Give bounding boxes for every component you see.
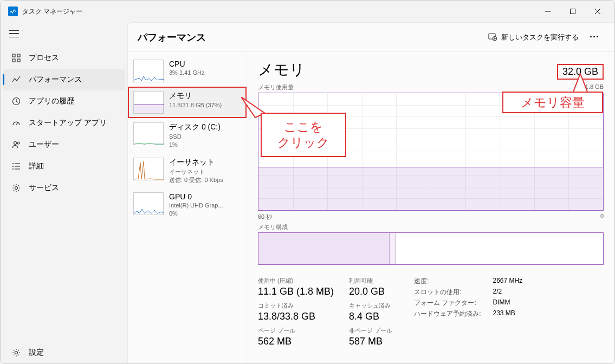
nav-details[interactable]: 詳細 — [3, 155, 125, 177]
svg-point-19 — [15, 352, 18, 354]
more-button[interactable]: ··· — [584, 28, 605, 46]
paged-label: ページ プール — [258, 327, 334, 335]
settings-icon — [11, 348, 21, 358]
memory-usage-chart[interactable] — [258, 93, 604, 211]
nav-settings[interactable]: 設定 — [3, 342, 125, 363]
speed-label: 速度: — [414, 277, 481, 286]
perf-sub: SSD — [169, 133, 241, 140]
perf-title: イーサネット — [169, 158, 241, 167]
time-axis-right: 0 — [600, 213, 604, 221]
slots-value: 2/2 — [493, 288, 522, 297]
sidebar: プロセス パフォーマンス アプリの履歴 スタートアップ アプリ ユーザー — [1, 22, 127, 363]
memory-fill — [258, 167, 603, 210]
slots-label: スロットの使用: — [414, 288, 481, 297]
page-title: パフォーマンス — [138, 31, 483, 44]
nav-label: アプリの履歴 — [29, 96, 74, 106]
perf-item-ethernet[interactable]: イーサネット イーサネット 送信: 0 受信: 0 Kbps — [128, 153, 247, 188]
form-value: DIMM — [493, 298, 522, 308]
perf-title: GPU 0 — [169, 192, 241, 201]
nonpaged-label: 非ページ プール — [349, 327, 392, 335]
nav-performance[interactable]: パフォーマンス — [3, 69, 125, 90]
cpu-thumb — [133, 60, 164, 82]
svg-line-9 — [16, 122, 18, 125]
title-bar: タスク マネージャー — [1, 1, 614, 22]
nav-app-history[interactable]: アプリの履歴 — [3, 90, 125, 112]
usage-label: メモリ使用量 — [258, 83, 582, 92]
nav-label: スタートアップ アプリ — [29, 118, 107, 128]
composition-label: メモリ構成 — [258, 223, 604, 231]
nav-users[interactable]: ユーザー — [3, 134, 125, 155]
nav-label: サービス — [29, 183, 59, 193]
nav-label: 詳細 — [29, 161, 44, 171]
grid-icon — [11, 53, 21, 63]
cached-value: 8.4 GB — [349, 311, 392, 322]
perf-title: メモリ — [169, 91, 241, 101]
committed-value: 13.8/33.8 GB — [258, 311, 334, 322]
available-value: 20.0 GB — [349, 286, 392, 297]
svg-point-16 — [13, 166, 14, 167]
nav-label: 設定 — [29, 348, 44, 358]
nav-processes[interactable]: プロセス — [3, 47, 125, 69]
stats: 使用中 (圧縮) 11.1 GB (1.8 MB) 利用可能 20.0 GB コ… — [258, 277, 604, 347]
new-task-button[interactable]: 新しいタスクを実行する — [483, 29, 584, 46]
max-label: 31.8 GB — [582, 83, 604, 92]
svg-point-18 — [15, 187, 18, 190]
hamburger-icon[interactable] — [9, 30, 19, 37]
new-task-label: 新しいタスクを実行する — [501, 32, 579, 42]
committed-label: コミット済み — [258, 302, 334, 310]
perf-item-disk[interactable]: ディスク 0 (C:) SSD 1% — [128, 118, 247, 153]
form-label: フォーム ファクター: — [414, 298, 481, 308]
window-controls — [535, 1, 610, 22]
in-use-label: 使用中 (圧縮) — [258, 277, 334, 285]
svg-point-11 — [17, 142, 20, 144]
ethernet-thumb — [133, 158, 164, 180]
svg-rect-7 — [17, 59, 20, 62]
memory-composition-chart[interactable] — [258, 232, 604, 265]
perf-sub: 11.8/31.8 GB (37%) — [169, 101, 241, 109]
perf-sub: Intel(R) UHD Grap... — [169, 202, 241, 209]
perf-sub: イーサネット — [169, 168, 241, 176]
new-task-icon — [488, 32, 497, 42]
svg-rect-6 — [12, 59, 15, 62]
disk-thumb — [133, 122, 164, 145]
gpu-thumb — [133, 192, 164, 215]
minimize-button[interactable] — [535, 1, 560, 22]
list-icon — [11, 161, 21, 171]
total-memory: 32.0 GB — [557, 64, 604, 80]
perf-title: CPU — [169, 60, 241, 68]
nav-startup[interactable]: スタートアップ アプリ — [3, 112, 125, 134]
in-use-value: 11.1 GB (1.8 MB) — [258, 286, 334, 297]
nav-label: ユーザー — [29, 140, 59, 150]
perf-sub2: 1% — [169, 141, 241, 148]
svg-point-15 — [13, 164, 14, 164]
cached-label: キャッシュ済み — [349, 302, 392, 310]
app-title: タスク マネージャー — [22, 7, 535, 16]
perf-item-memory[interactable]: メモリ 11.8/31.8 GB (37%) — [128, 87, 247, 118]
content-header: パフォーマンス 新しいタスクを実行する ··· — [128, 23, 614, 52]
maximize-button[interactable] — [560, 1, 585, 22]
perf-list: CPU 3% 1.41 GHz メモリ 11.8/31.8 GB (37%) — [128, 52, 247, 363]
svg-rect-5 — [17, 54, 20, 57]
hw-label: ハードウェア予約済み: — [414, 309, 481, 318]
nonpaged-value: 587 MB — [349, 336, 392, 347]
hw-value: 233 MB — [493, 309, 522, 318]
svg-point-17 — [13, 169, 14, 170]
nav-services[interactable]: サービス — [3, 177, 125, 199]
detail-title: メモリ — [258, 60, 557, 80]
perf-item-gpu[interactable]: GPU 0 Intel(R) UHD Grap... 0% — [128, 188, 247, 222]
perf-sub: 3% 1.41 GHz — [169, 69, 241, 76]
app-icon — [8, 6, 18, 16]
svg-rect-4 — [12, 54, 15, 57]
time-axis-left: 60 秒 — [258, 213, 600, 221]
chart-icon — [11, 75, 21, 84]
available-label: 利用可能 — [349, 277, 392, 285]
comp-segment-modified — [390, 233, 397, 264]
gear-icon — [11, 183, 21, 193]
paged-value: 562 MB — [258, 336, 334, 347]
svg-rect-24 — [134, 105, 164, 113]
perf-sub2: 送信: 0 受信: 0 Kbps — [169, 176, 241, 184]
perf-sub2: 0% — [169, 210, 241, 217]
close-button[interactable] — [585, 1, 610, 22]
memory-thumb — [133, 91, 164, 114]
perf-item-cpu[interactable]: CPU 3% 1.41 GHz — [128, 55, 247, 87]
